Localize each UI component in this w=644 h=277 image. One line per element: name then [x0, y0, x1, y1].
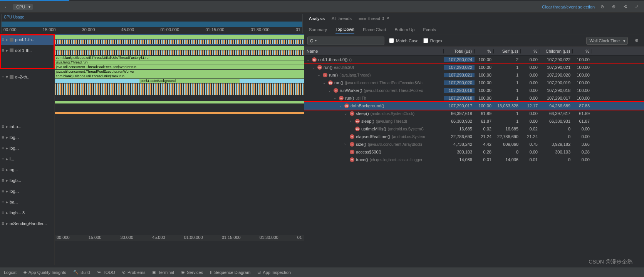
regex-checkbox[interactable]: Regex: [423, 38, 443, 43]
stack-frame[interactable]: per$1.doInBackground: [139, 79, 240, 83]
col-total[interactable]: Total (μs): [444, 49, 475, 53]
analysis-panel: Analysis All threads ■■■thread-0 ✕ Summa…: [304, 13, 644, 265]
profiler-type-dropdown[interactable]: CPU: [13, 4, 33, 10]
analysis-tabs: Analysis All threads ■■■thread-0 ✕: [304, 13, 644, 24]
table-row[interactable]: ›msleep() (java.lang.Thread)66,380,93261…: [304, 117, 644, 125]
table-row[interactable]: ⌄mrunWorker() (java.util.concurrent.Thre…: [304, 87, 644, 94]
toolbar: ← CPU Clear thread/event selection ⊖ ⊕ ⟲…: [0, 1, 644, 13]
expand-icon[interactable]: ⌄: [339, 104, 343, 108]
thread-row[interactable]: ≡▸og...: [0, 164, 54, 175]
table-row[interactable]: melapsedRealtime() (android.os.System22,…: [304, 133, 644, 140]
zoom-out-icon[interactable]: ⊖: [598, 3, 606, 11]
expand-icon[interactable]: ⌄: [334, 96, 337, 100]
zoom-in-icon[interactable]: ⊕: [609, 3, 618, 11]
tool-window-button[interactable]: ≔TODO: [97, 270, 115, 275]
expand-icon[interactable]: ›: [350, 119, 354, 123]
table-row[interactable]: ⌄mrun() util.Th107,290,018100.0010.00107…: [304, 94, 644, 102]
thread-row[interactable]: ≡▸logb...: [0, 175, 54, 186]
table-row[interactable]: mtrace() (ch.qos.logback.classic.Logger1…: [304, 156, 644, 164]
tool-window-button[interactable]: Logcat: [4, 270, 17, 275]
expand-icon[interactable]: ⌄: [312, 65, 316, 69]
tool-window-button[interactable]: ⫿Sequence Diagram: [210, 270, 250, 275]
thread-row[interactable]: ≡▸ba...: [0, 197, 54, 207]
back-button[interactable]: ←: [3, 3, 10, 10]
thread-row[interactable]: ≡▸log...: [0, 132, 54, 143]
view-tab[interactable]: Events: [423, 25, 436, 34]
view-tab[interactable]: Bottom Up: [395, 25, 415, 34]
filter-bar: Q▾ Match Case Regex Wall Clock Time ⚙: [304, 35, 644, 47]
table-row[interactable]: ⌄mrun() (java.lang.Thread)107,290,021100…: [304, 71, 644, 79]
close-icon[interactable]: ✕: [386, 16, 389, 21]
tab-thread[interactable]: ■■■thread-0 ✕: [359, 16, 389, 21]
col-name[interactable]: Name: [304, 49, 444, 53]
thread-row[interactable]: ≡▸ool-1-th..: [0, 45, 54, 56]
thread-row[interactable]: ≡▸log...: [0, 143, 54, 154]
tool-window-button[interactable]: ▣Terminal: [152, 270, 174, 275]
col-pct2[interactable]: %: [521, 49, 540, 53]
col-pct[interactable]: %: [475, 49, 494, 53]
view-tabs: SummaryTop DownFlame ChartBottom UpEvent…: [304, 24, 644, 35]
view-tab[interactable]: Summary: [309, 25, 327, 34]
thread-row[interactable]: ≡▸l...: [0, 154, 54, 164]
stack-frame[interactable]: com.blankj.utilcode.util.ThreadUtils$Tas…: [55, 74, 304, 78]
timeline-viewport[interactable]: com.blankj.utilcode.util.ThreadUtils$Uti…: [55, 34, 304, 265]
table-row[interactable]: maccess$500()300,1030.2800.00300,1030.28: [304, 148, 644, 156]
method-icon: m: [350, 134, 354, 139]
tool-window-button[interactable]: 🔨Build: [73, 270, 90, 275]
expand-icon[interactable]: ›: [344, 142, 348, 146]
table-row[interactable]: muptimeMillis() (android.os.SystemC16,68…: [304, 125, 644, 133]
expand-icon[interactable]: ⌄: [344, 112, 348, 115]
table-row[interactable]: ⌄mool-1-thread-0() ()107,290,024100.0020…: [304, 56, 644, 63]
reset-zoom-icon[interactable]: ⟲: [621, 3, 629, 11]
stack-frame[interactable]: java.lang.Thread.run: [55, 60, 304, 65]
expand-icon[interactable]: ⌄: [323, 81, 327, 85]
method-icon: m: [355, 127, 360, 131]
expand-icon[interactable]: ⌄: [328, 88, 332, 92]
table-row[interactable]: ⌄mrun() (java.util.concurrent.ThreadPool…: [304, 79, 644, 87]
match-case-checkbox[interactable]: Match Case: [389, 38, 419, 43]
table-row[interactable]: ⌄mrun() eadUtils$Ut107,290,022100.0010.0…: [304, 63, 644, 71]
thread-row[interactable]: ≡▸log...: [0, 186, 54, 197]
expand-icon[interactable]: ⌄: [317, 73, 321, 77]
tool-window-button[interactable]: ⊞App Inspection: [257, 270, 291, 275]
thread-row[interactable]: ≡▾ol-2-th..: [0, 56, 54, 98]
settings-icon[interactable]: ⚙: [632, 37, 641, 45]
stack-frame[interactable]: java.util.concurrent.ThreadPoolExecutor.…: [55, 70, 304, 74]
tab-all-threads[interactable]: All threads: [332, 16, 352, 21]
expand-icon[interactable]: ⌄: [307, 58, 310, 62]
stack-frame[interactable]: com.blankj.utilcode.util.ThreadUtils$Uti…: [55, 56, 304, 60]
search-input[interactable]: Q▾: [307, 37, 384, 45]
tool-window-button[interactable]: ⊘Problems: [122, 270, 145, 275]
cpu-usage-label: CPU Usage: [4, 15, 24, 19]
thread-row[interactable]: ≡▸mSendingHandler...: [0, 218, 54, 229]
tool-window-button[interactable]: ◉Services: [181, 270, 203, 275]
method-icon: m: [328, 80, 333, 85]
method-icon: m: [312, 57, 317, 62]
cpu-usage-chart[interactable]: CPU Usage 00.00015.00030.00045.00001:00.…: [1, 14, 303, 33]
method-icon: m: [317, 65, 322, 70]
method-icon: m: [350, 157, 354, 162]
col-self[interactable]: Self (μs): [494, 49, 521, 53]
thread-row[interactable]: ≡▸pool-1-th..: [0, 34, 54, 45]
tool-window-button[interactable]: ◈App Quality Insights: [23, 270, 66, 275]
thread-list: ≡▸pool-1-th..≡▸ool-1-th..≡▾ol-2-th..≡▸in…: [0, 34, 55, 265]
clear-selection-link[interactable]: Clear thread/event selection: [542, 5, 595, 9]
method-icon: m: [344, 103, 349, 108]
view-tab[interactable]: Top Down: [335, 25, 354, 34]
method-icon: m: [323, 73, 327, 77]
view-tab[interactable]: Flame Chart: [363, 25, 386, 34]
fit-icon[interactable]: ⤢: [632, 3, 641, 11]
timeline-panel: CPU Usage 00.00015.00030.00045.00001:00.…: [0, 13, 304, 265]
method-icon: m: [350, 111, 354, 116]
table-row[interactable]: ›msize() (java.util.concurrent.ArrayBloc…: [304, 140, 644, 148]
tab-analysis[interactable]: Analysis: [309, 16, 325, 21]
table-row[interactable]: ⌄msleep() (android.os.SystemClock)66,397…: [304, 110, 644, 117]
stack-frame[interactable]: java.util.concurrent.ThreadPoolExecutor$…: [55, 65, 304, 69]
cpu-waveform: [2, 22, 302, 27]
metric-dropdown[interactable]: Wall Clock Time: [586, 37, 628, 45]
col-children[interactable]: Children (μs): [540, 49, 573, 53]
table-row[interactable]: ⌄mdoInBackground()107,290,017100.0013,05…: [304, 102, 644, 110]
thread-row[interactable]: ≡▸logb... 3: [0, 207, 54, 218]
col-pct3[interactable]: %: [573, 49, 592, 53]
thread-row[interactable]: ≡▸int-p...: [0, 121, 54, 132]
